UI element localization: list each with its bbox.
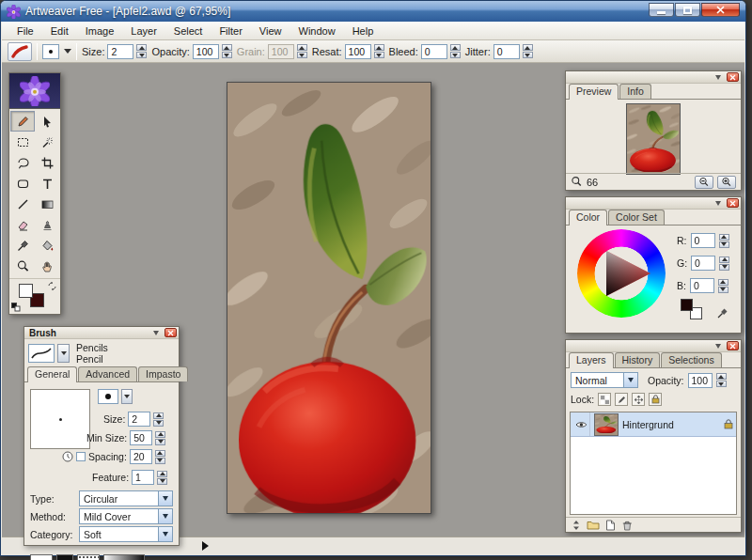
blue-input[interactable]: 0 <box>690 278 714 293</box>
color-close-button[interactable] <box>727 198 739 208</box>
min-size-input[interactable]: 50 <box>130 430 152 445</box>
foreground-color-swatch[interactable] <box>681 299 693 311</box>
tab-advanced[interactable]: Advanced <box>78 366 137 381</box>
scroll-up-down-icon[interactable] <box>572 521 581 530</box>
tab-general[interactable]: General <box>27 366 77 382</box>
text-tool[interactable] <box>35 173 59 194</box>
eraser-tool[interactable] <box>10 214 35 235</box>
jitter-input[interactable]: 0 <box>494 44 520 59</box>
marquee-select-tool[interactable] <box>10 132 35 152</box>
brush-dropdown-button[interactable] <box>57 344 70 363</box>
green-input[interactable]: 0 <box>691 256 715 271</box>
lock-all-toggle[interactable] <box>649 393 662 406</box>
new-group-icon[interactable] <box>587 520 600 530</box>
default-colors-icon[interactable] <box>11 303 21 312</box>
foreground-color-swatch[interactable] <box>19 284 33 298</box>
new-layer-icon[interactable] <box>605 520 616 531</box>
spacing-checkbox[interactable] <box>76 452 86 461</box>
hand-tool[interactable] <box>35 256 59 276</box>
type-select[interactable]: Circular <box>79 490 173 506</box>
preview-zoom-value[interactable]: 66 <box>587 177 611 188</box>
brush-tip-preview[interactable] <box>42 44 59 59</box>
green-spinner[interactable] <box>719 257 729 271</box>
layer-row[interactable]: Hintergrund <box>571 412 736 437</box>
gradient-tool[interactable] <box>35 194 59 214</box>
lock-paint-toggle[interactable] <box>615 393 628 406</box>
zoom-out-button[interactable] <box>695 176 713 189</box>
preview-thumbnail[interactable] <box>626 103 681 175</box>
brush-close-button[interactable] <box>164 328 177 337</box>
shape-tool[interactable] <box>10 173 35 194</box>
clone-stamp-tool[interactable] <box>35 214 59 235</box>
panel-menu-icon[interactable] <box>150 329 162 337</box>
panel-menu-icon[interactable] <box>713 199 724 208</box>
size-input[interactable]: 2 <box>107 44 133 59</box>
tab-history[interactable]: History <box>615 352 661 367</box>
tab-selections[interactable]: Selections <box>661 352 721 367</box>
feature-spinner[interactable] <box>157 471 167 485</box>
titlebar[interactable]: Artweaver Free - [Apfel2.awd @ 67,95%] <box>1 1 745 22</box>
zoom-in-button[interactable] <box>717 176 736 189</box>
menu-view[interactable]: View <box>252 23 290 39</box>
fill-tool[interactable] <box>35 235 59 256</box>
menu-help[interactable]: Help <box>345 23 382 39</box>
opacity-input[interactable]: 100 <box>193 44 219 59</box>
saturation-triangle[interactable] <box>577 229 666 318</box>
panel-expand-arrow-icon[interactable] <box>202 541 213 551</box>
menu-filter[interactable]: Filter <box>212 23 249 39</box>
line-tool[interactable] <box>10 194 35 214</box>
layer-opacity-input[interactable]: 100 <box>688 373 713 388</box>
layer-visibility-toggle[interactable] <box>573 412 590 436</box>
move-tool[interactable] <box>35 111 59 132</box>
layers-close-button[interactable] <box>727 341 739 350</box>
pattern-preview[interactable] <box>77 554 100 560</box>
panel-menu-icon[interactable] <box>713 342 724 350</box>
crop-tool[interactable] <box>35 152 59 173</box>
minimize-button[interactable] <box>649 3 674 17</box>
brush-tip-dropdown-icon[interactable] <box>64 49 71 57</box>
magic-wand-tool[interactable] <box>35 132 59 152</box>
texture-preview[interactable] <box>56 554 73 560</box>
color-wheel[interactable] <box>577 229 666 318</box>
menu-select[interactable]: Select <box>166 23 211 39</box>
preview-close-button[interactable] <box>727 72 739 82</box>
fade-preview[interactable] <box>103 554 145 560</box>
swap-colors-icon[interactable] <box>48 282 56 290</box>
blue-spinner[interactable] <box>718 279 728 293</box>
tab-color-set[interactable]: Color Set <box>608 210 665 225</box>
opacity-spinner[interactable] <box>222 44 232 58</box>
zoom-tool[interactable] <box>10 256 35 276</box>
dab-preview[interactable] <box>30 554 53 560</box>
menu-file[interactable]: File <box>9 23 41 39</box>
size-spinner[interactable] <box>136 44 147 58</box>
feature-input[interactable]: 1 <box>132 470 154 485</box>
menu-window[interactable]: Window <box>291 23 343 39</box>
delete-layer-icon[interactable] <box>621 520 633 531</box>
lasso-tool[interactable] <box>10 152 35 173</box>
brush-size-spinner[interactable] <box>153 412 164 427</box>
tab-info[interactable]: Info <box>619 84 651 99</box>
brush-size-input[interactable]: 2 <box>128 412 150 427</box>
brush-tool[interactable] <box>10 111 35 132</box>
close-button[interactable] <box>701 3 740 17</box>
method-select[interactable]: Mild Cover <box>79 508 173 524</box>
menu-layer[interactable]: Layer <box>123 23 164 39</box>
tab-preview[interactable]: Preview <box>569 84 619 100</box>
bleed-spinner[interactable] <box>450 44 461 58</box>
min-size-spinner[interactable] <box>155 431 165 445</box>
menu-image[interactable]: Image <box>78 23 122 39</box>
eyedropper-small-icon[interactable] <box>716 306 729 319</box>
blend-mode-select[interactable]: Normal <box>571 372 638 388</box>
eyedropper-tool[interactable] <box>10 235 35 256</box>
red-spinner[interactable] <box>719 234 729 248</box>
document-canvas[interactable] <box>227 82 431 514</box>
bleed-input[interactable]: 0 <box>421 44 447 59</box>
category-select[interactable]: Soft <box>79 526 173 542</box>
tip-dropdown-button[interactable] <box>121 389 133 404</box>
red-input[interactable]: 0 <box>691 233 715 248</box>
layer-opacity-spinner[interactable] <box>716 373 727 387</box>
spacing-spinner[interactable] <box>155 450 165 464</box>
tab-impasto[interactable]: Impasto <box>138 366 188 381</box>
tab-layers[interactable]: Layers <box>569 352 614 368</box>
resat-spinner[interactable] <box>374 44 384 58</box>
